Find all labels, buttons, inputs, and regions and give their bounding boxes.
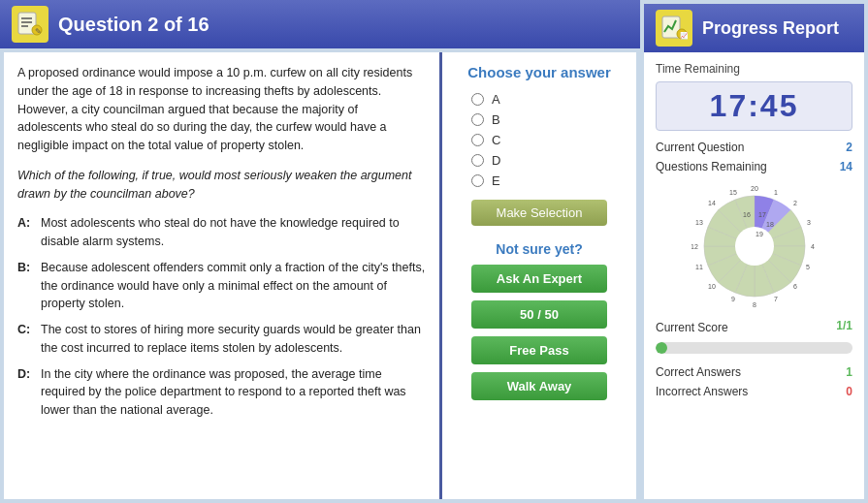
- question-text-area: A proposed ordinance would impose a 10 p…: [4, 52, 442, 499]
- questions-remaining-row: Questions Remaining 14: [656, 160, 852, 173]
- radio-a[interactable]: [471, 93, 484, 106]
- svg-text:13: 13: [695, 219, 703, 226]
- correct-answers-label: Correct Answers: [656, 365, 741, 379]
- current-score-label: Current Score: [656, 321, 728, 334]
- choice-c: C: The cost to stores of hiring more sec…: [17, 321, 426, 358]
- svg-text:✎: ✎: [35, 27, 42, 36]
- svg-text:10: 10: [708, 283, 716, 290]
- walk-away-button[interactable]: Walk Away: [471, 372, 607, 400]
- question-prompt: Which of the following, if true, would m…: [17, 167, 426, 204]
- current-question-value: 2: [846, 141, 852, 154]
- choice-b: B: Because adolescent offenders commit o…: [17, 259, 426, 313]
- svg-text:2: 2: [793, 200, 797, 206]
- svg-text:7: 7: [774, 296, 778, 302]
- progress-header: 📈 Progress Report: [644, 4, 864, 52]
- svg-point-10: [735, 227, 774, 266]
- question-header: ✎ Question 2 of 16: [0, 0, 640, 48]
- option-b[interactable]: B: [471, 112, 627, 127]
- free-pass-button[interactable]: Free Pass: [471, 336, 607, 364]
- svg-text:8: 8: [753, 301, 756, 308]
- pie-chart: 20 1 2 3 4 5 6 7 8 9 10 11 12 13 14 15 1: [691, 183, 818, 309]
- svg-text:19: 19: [755, 231, 763, 237]
- choice-a: A: Most adolescents who steal do not hav…: [17, 214, 426, 251]
- choice-b-label: B:: [17, 259, 37, 313]
- pie-chart-container: 20 1 2 3 4 5 6 7 8 9 10 11 12 13 14 15 1: [656, 183, 852, 309]
- svg-text:11: 11: [695, 264, 703, 270]
- radio-e[interactable]: [471, 174, 484, 187]
- choice-d: D: In the city where the ordinance was p…: [17, 365, 426, 420]
- answer-panel: Choose your answer A B C D E Make: [442, 52, 636, 499]
- svg-text:15: 15: [729, 189, 737, 196]
- choice-c-label: C:: [17, 321, 37, 358]
- choice-d-text: In the city where the ordinance was prop…: [41, 365, 426, 420]
- svg-text:17: 17: [758, 211, 766, 218]
- current-question-label: Current Question: [656, 141, 744, 154]
- choice-c-text: The cost to stores of hiring more securi…: [41, 321, 426, 358]
- svg-text:16: 16: [743, 211, 751, 218]
- option-e[interactable]: E: [471, 173, 627, 188]
- right-panel: 📈 Progress Report Time Remaining 17:45 C…: [640, 0, 868, 503]
- svg-text:3: 3: [807, 219, 811, 226]
- question-title: Question 2 of 16: [58, 14, 209, 36]
- questions-remaining-label: Questions Remaining: [656, 160, 767, 173]
- progress-content: Time Remaining 17:45 Current Question 2 …: [644, 52, 864, 499]
- choice-d-label: D:: [17, 365, 37, 420]
- progress-icon: 📈: [656, 10, 692, 47]
- incorrect-answers-label: Incorrect Answers: [656, 385, 748, 398]
- fifty-fifty-button[interactable]: 50 / 50: [471, 300, 607, 329]
- svg-text:18: 18: [766, 221, 774, 228]
- progress-title: Progress Report: [702, 18, 839, 39]
- questions-remaining-value: 14: [840, 160, 852, 173]
- question-passage: A proposed ordinance would impose a 10 p…: [17, 64, 426, 155]
- svg-text:1: 1: [774, 189, 778, 196]
- choose-answer-title: Choose your answer: [467, 64, 611, 80]
- svg-text:📈: 📈: [680, 31, 689, 40]
- option-c[interactable]: C: [471, 133, 627, 147]
- incorrect-answers-value: 0: [846, 385, 852, 398]
- time-remaining-label: Time Remaining: [656, 62, 852, 76]
- correct-answers-value: 1: [846, 365, 852, 379]
- option-d[interactable]: D: [471, 153, 627, 168]
- svg-text:6: 6: [793, 283, 797, 290]
- svg-text:9: 9: [731, 296, 735, 302]
- content-area: A proposed ordinance would impose a 10 p…: [4, 52, 636, 499]
- option-a[interactable]: A: [471, 92, 627, 107]
- current-question-row: Current Question 2: [656, 141, 852, 154]
- radio-c[interactable]: [471, 134, 484, 146]
- ask-expert-button[interactable]: Ask An Expert: [471, 265, 607, 293]
- svg-text:4: 4: [811, 243, 815, 250]
- choice-b-text: Because adolescent offenders commit only…: [41, 259, 426, 313]
- progress-bar-fill: [656, 342, 667, 354]
- current-score-row: Current Score 1/1: [656, 319, 852, 334]
- progress-bar-container: [656, 342, 852, 354]
- not-sure-title: Not sure yet?: [496, 241, 582, 257]
- svg-text:5: 5: [806, 264, 810, 270]
- current-score-value: 1/1: [836, 319, 852, 334]
- svg-text:14: 14: [708, 200, 716, 206]
- make-selection-button[interactable]: Make Selection: [471, 200, 607, 226]
- question-icon: ✎: [12, 6, 48, 43]
- correct-answers-row: Correct Answers 1: [656, 365, 852, 379]
- incorrect-answers-row: Incorrect Answers 0: [656, 385, 852, 398]
- left-panel: ✎ Question 2 of 16 A proposed ordinance …: [0, 0, 640, 503]
- radio-b[interactable]: [471, 113, 484, 126]
- choice-a-label: A:: [17, 214, 37, 251]
- radio-options: A B C D E: [452, 92, 627, 188]
- svg-text:12: 12: [691, 243, 698, 250]
- timer-display: 17:45: [656, 81, 852, 131]
- radio-d[interactable]: [471, 154, 484, 167]
- choice-a-text: Most adolescents who steal do not have t…: [41, 214, 426, 251]
- svg-text:20: 20: [751, 185, 758, 192]
